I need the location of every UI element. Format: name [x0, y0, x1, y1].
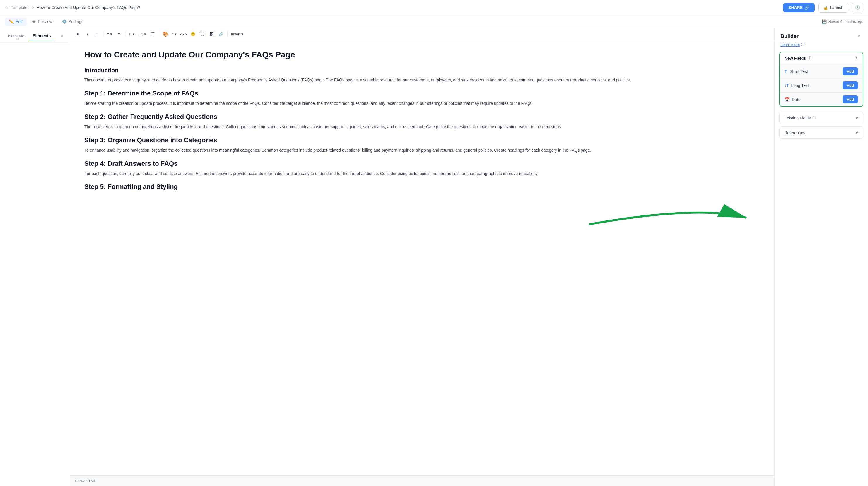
edit-icon: ✏️ [9, 19, 14, 24]
show-html-label: Show HTML [75, 479, 96, 483]
toolbar-separator-4 [227, 31, 227, 37]
date-label: Date [792, 97, 801, 102]
sidebar-tab-group: Navigate Elements [5, 32, 55, 40]
close-sidebar-button[interactable]: × [59, 33, 65, 39]
left-sidebar: Navigate Elements × [0, 28, 70, 486]
add-short-text-button[interactable]: Add [842, 67, 858, 75]
long-text-label-row: ↕T Long Text [784, 83, 809, 88]
tab-edit[interactable]: ✏️ Edit [5, 18, 27, 26]
insert-label: Insert [231, 32, 241, 36]
add-date-button[interactable]: Add [842, 95, 858, 103]
existing-fields-section: Existing Fields ⓘ ∨ [779, 111, 863, 124]
heading-button[interactable]: H ▾ [127, 30, 136, 38]
short-text-icon: T [784, 69, 787, 74]
doc-section-introduction: Introduction [84, 67, 760, 74]
code-button[interactable]: </> [179, 30, 188, 38]
settings-icon: ⚙️ [62, 19, 67, 24]
align-button[interactable]: ≡ ▾ [105, 30, 114, 38]
doc-step-2-title: Step 2: Gather Frequently Asked Question… [84, 113, 760, 121]
sidebar-tab-navigate[interactable]: Navigate [5, 32, 28, 40]
edit-label: Edit [16, 19, 23, 24]
share-label: SHARE [788, 5, 803, 10]
underline-button[interactable]: U [93, 30, 101, 38]
date-field-item: 📅 Date Add [780, 92, 863, 106]
launch-button[interactable]: 🔒 Launch [818, 3, 848, 12]
preview-icon: 👁 [32, 19, 36, 24]
date-label-row: 📅 Date [784, 97, 801, 102]
short-text-label: Short Text [789, 69, 808, 74]
share-icon: 🔗 [804, 5, 809, 10]
fullscreen-button[interactable]: ⛶ [198, 30, 207, 38]
long-text-label: Long Text [791, 83, 809, 88]
builder-title: Builder [780, 33, 799, 39]
breadcrumb: ☆ Templates > How To Create And Update O… [5, 5, 140, 10]
saved-text: Saved 4 months ago [829, 19, 863, 24]
sidebar-tab-elements[interactable]: Elements [29, 32, 54, 40]
show-html-bar[interactable]: Show HTML [70, 476, 774, 486]
tab-settings[interactable]: ⚙️ Settings [58, 18, 88, 26]
list-button[interactable]: ≡ [115, 30, 123, 38]
text-size-button[interactable]: T↕ ▾ [137, 30, 148, 38]
date-icon: 📅 [784, 97, 789, 102]
expand-icon: ⛶ [801, 43, 804, 47]
new-fields-header[interactable]: New Fields ⓘ ∧ [780, 52, 863, 64]
existing-fields-title: Existing Fields [784, 116, 811, 120]
learn-more-link[interactable]: Learn more [780, 42, 800, 47]
add-long-text-button[interactable]: Add [842, 82, 858, 89]
sidebar-tabs: Navigate Elements × [0, 28, 70, 44]
insert-button[interactable]: Insert ▾ [229, 30, 245, 38]
new-fields-title: New Fields [784, 56, 806, 61]
bold-button[interactable]: B [74, 30, 83, 38]
launch-icon: 🔒 [823, 5, 828, 10]
existing-fields-chevron: ∨ [856, 116, 858, 120]
doc-step-1-title: Step 1: Determine the Scope of FAQs [84, 90, 760, 97]
color-button[interactable]: 🎨 [161, 30, 170, 38]
edit-bar: ✏️ Edit 👁 Preview ⚙️ Settings 💾 Saved 4 … [0, 15, 868, 28]
short-text-field-item: T Short Text Add [780, 64, 863, 78]
doc-step-4-title: Step 4: Draft Answers to FAQs [84, 160, 760, 167]
long-text-icon: ↕T [784, 83, 788, 88]
doc-step-3-body: To enhance usability and navigation, org… [84, 147, 760, 154]
existing-fields-info-icon: ⓘ [812, 115, 816, 120]
saved-icon: 💾 [822, 19, 827, 24]
references-header[interactable]: References ∨ [780, 127, 863, 138]
emoji-button[interactable]: 🙂 [189, 30, 197, 38]
close-builder-button[interactable]: × [856, 33, 862, 40]
builder-header: Builder × [775, 28, 868, 42]
references-title-row: References [784, 130, 805, 135]
quote-button[interactable]: " ▾ [170, 30, 178, 38]
clock-button[interactable]: 🕐 [852, 3, 863, 12]
new-fields-info-icon: ⓘ [808, 56, 811, 61]
preview-label: Preview [38, 19, 53, 24]
toolbar-separator-1 [103, 31, 103, 37]
references-title: References [784, 130, 805, 135]
clock-icon: 🕐 [855, 5, 860, 10]
doc-step-4-body: For each question, carefully craft clear… [84, 170, 760, 177]
templates-link[interactable]: Templates [11, 5, 30, 10]
toolbar-separator-3 [159, 31, 159, 37]
breadcrumb-page-title: How To Create And Update Our Company's F… [37, 5, 140, 10]
new-fields-chevron-up: ∧ [855, 56, 858, 61]
existing-fields-header[interactable]: Existing Fields ⓘ ∨ [780, 112, 863, 124]
edit-tabs: ✏️ Edit 👁 Preview ⚙️ Settings [5, 18, 88, 26]
references-section: References ∨ [779, 127, 863, 139]
editor-content[interactable]: How to Create and Update Our Company's F… [70, 40, 774, 476]
right-sidebar-builder: Builder × Learn more ⛶ New Fields ⓘ ∧ [774, 28, 868, 486]
short-text-label-row: T Short Text [784, 69, 808, 74]
editor-toolbar: B I U ≡ ▾ ≡ H ▾ T↕ ▾ ☰ 🎨 " ▾ </> 🙂 ⛶ 🖼 🔗 [70, 28, 774, 40]
breadcrumb-separator: > [32, 5, 34, 10]
text-list-button[interactable]: ☰ [149, 30, 157, 38]
long-text-field-item: ↕T Long Text Add [780, 78, 863, 92]
share-button[interactable]: SHARE 🔗 [783, 3, 815, 12]
references-chevron: ∨ [856, 130, 858, 135]
main-layout: Navigate Elements × B I U ≡ ▾ ≡ H ▾ T↕ ▾… [0, 28, 868, 486]
new-fields-title-row: New Fields ⓘ [784, 56, 811, 61]
new-fields-section: New Fields ⓘ ∧ T Short Text Add [779, 52, 863, 107]
star-icon: ☆ [5, 5, 8, 10]
saved-info: 💾 Saved 4 months ago [822, 19, 863, 24]
italic-button[interactable]: I [83, 30, 92, 38]
link-button[interactable]: 🔗 [217, 30, 225, 38]
tab-preview[interactable]: 👁 Preview [28, 18, 57, 26]
top-nav-right: SHARE 🔗 🔒 Launch 🕐 [783, 3, 863, 12]
image-button[interactable]: 🖼 [207, 30, 216, 38]
